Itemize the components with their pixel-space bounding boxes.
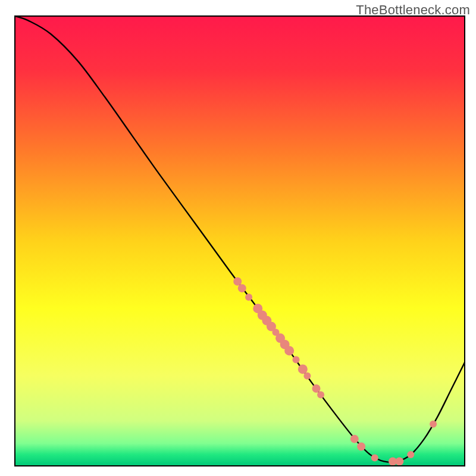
data-marker: [298, 364, 308, 374]
gradient-background: [15, 16, 465, 466]
data-marker: [303, 372, 311, 380]
plot-area: [15, 16, 465, 466]
chart-container: TheBottleneck.com: [0, 0, 476, 476]
data-marker: [357, 442, 365, 450]
data-marker: [238, 284, 246, 292]
data-marker: [395, 457, 403, 465]
data-marker: [407, 451, 414, 458]
bottleneck-chart: [0, 0, 476, 476]
data-marker: [284, 346, 294, 355]
data-marker: [245, 294, 252, 301]
data-marker: [371, 454, 378, 461]
data-marker: [350, 435, 359, 443]
data-marker: [317, 392, 324, 399]
data-marker: [430, 421, 437, 428]
data-marker: [312, 384, 321, 393]
data-marker: [293, 356, 300, 364]
watermark-label: TheBottleneck.com: [356, 2, 470, 18]
